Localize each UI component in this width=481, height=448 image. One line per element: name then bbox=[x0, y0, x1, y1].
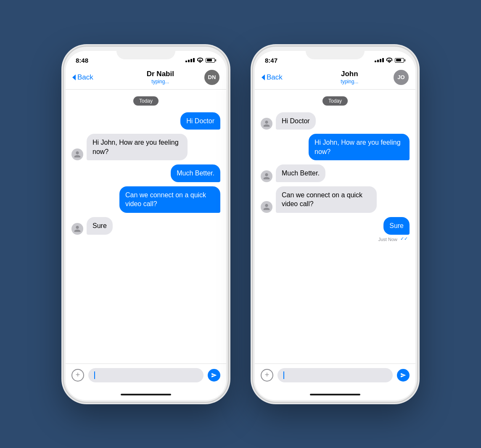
message-row: Hi John, How are you feeling now? bbox=[71, 134, 220, 160]
message-row: Much Better. bbox=[71, 164, 220, 182]
back-button[interactable]: Back bbox=[262, 73, 306, 82]
add-attachment-button[interactable] bbox=[261, 369, 273, 382]
message-input[interactable] bbox=[88, 368, 204, 382]
contact-name: John bbox=[306, 70, 394, 78]
message-bubble: Hi John, How are you feeling now? bbox=[309, 134, 410, 160]
wifi-icon bbox=[386, 58, 393, 63]
message-row: Hi John, How are you feeling now? bbox=[261, 134, 410, 160]
contact-name: Dr Nabil bbox=[116, 70, 204, 78]
sender-avatar bbox=[71, 148, 83, 160]
message-row: Sure bbox=[71, 217, 220, 235]
signal-icon bbox=[185, 58, 195, 62]
text-cursor bbox=[283, 371, 284, 379]
message-bubble: Hi Doctor bbox=[276, 112, 316, 130]
date-badge: Today bbox=[71, 96, 220, 106]
phone-1-nav-bar: Back Dr Nabil typing... DN bbox=[66, 66, 226, 90]
message-row: Can we connect on a quick video call? bbox=[261, 186, 410, 213]
date-badge: Today bbox=[261, 96, 410, 106]
contact-avatar[interactable]: DN bbox=[204, 70, 219, 85]
home-bar bbox=[310, 394, 360, 395]
phone-1-messages: Today Hi Doctor Hi John, How are you fee… bbox=[66, 90, 226, 363]
phone-1-input-bar bbox=[66, 363, 226, 389]
phone-1-notch bbox=[116, 47, 175, 59]
message-row: Sure Just Now ✓✓ bbox=[261, 217, 410, 242]
message-bubble: Much Better. bbox=[276, 164, 325, 182]
send-button[interactable] bbox=[208, 369, 220, 382]
message-bubble: Much Better. bbox=[171, 164, 220, 182]
message-row: Can we connect on a quick video call? bbox=[71, 186, 220, 213]
phone-1-inner: 8:48 bbox=[66, 51, 226, 400]
home-bar bbox=[121, 394, 171, 395]
read-receipts-icon: ✓✓ bbox=[400, 236, 408, 241]
contact-status: typing... bbox=[116, 79, 204, 85]
phone-2: 8:47 bbox=[253, 47, 417, 402]
phone-2-notch bbox=[306, 47, 365, 59]
battery-icon bbox=[395, 58, 405, 63]
phone-2-nav-bar: Back John typing... JO bbox=[255, 66, 415, 90]
phone-2-inner: 8:47 bbox=[255, 51, 415, 400]
message-row: Much Better. bbox=[261, 164, 410, 182]
phone-2-status-icons bbox=[375, 58, 405, 63]
message-timestamp: Just Now bbox=[378, 237, 397, 242]
sender-avatar bbox=[261, 118, 272, 130]
message-bubble: Hi Doctor bbox=[180, 112, 220, 130]
message-bubble: Sure bbox=[87, 217, 113, 235]
sender-avatar bbox=[261, 201, 272, 213]
home-indicator bbox=[66, 389, 226, 400]
send-icon bbox=[400, 372, 406, 378]
wifi-icon bbox=[197, 58, 204, 63]
contact-status: typing... bbox=[306, 79, 394, 85]
phone-2-time: 8:47 bbox=[265, 57, 278, 64]
send-icon bbox=[211, 372, 217, 378]
send-button[interactable] bbox=[397, 369, 410, 382]
sender-avatar bbox=[261, 170, 272, 182]
back-label: Back bbox=[267, 73, 283, 82]
phone-2-input-bar bbox=[255, 363, 415, 389]
message-row: Hi Doctor bbox=[71, 112, 220, 130]
back-button[interactable]: Back bbox=[72, 73, 116, 82]
message-input[interactable] bbox=[278, 368, 393, 382]
phone-1-status-icons bbox=[185, 58, 216, 63]
phone-1: 8:48 bbox=[64, 47, 228, 402]
message-bubble: Hi John, How are you feeling now? bbox=[87, 134, 188, 160]
text-cursor bbox=[94, 371, 95, 379]
back-label: Back bbox=[77, 73, 93, 82]
message-bubble: Sure bbox=[383, 217, 410, 235]
message-bubble: Can we connect on a quick video call? bbox=[119, 186, 220, 213]
phone-1-time: 8:48 bbox=[76, 57, 88, 64]
phone-1-nav-center: Dr Nabil typing... bbox=[116, 70, 204, 84]
home-indicator bbox=[255, 389, 415, 400]
chevron-left-icon bbox=[262, 74, 265, 80]
chevron-left-icon bbox=[72, 74, 76, 80]
phone-2-nav-center: John typing... bbox=[306, 70, 394, 84]
add-attachment-button[interactable] bbox=[71, 369, 84, 382]
message-bubble: Can we connect on a quick video call? bbox=[276, 186, 377, 213]
message-row: Hi Doctor bbox=[261, 112, 410, 130]
contact-avatar[interactable]: JO bbox=[394, 70, 409, 85]
battery-icon bbox=[206, 58, 216, 63]
signal-icon bbox=[375, 58, 384, 62]
phone-2-messages: Today Hi Doctor Hi John, How are you fee… bbox=[255, 90, 415, 363]
sender-avatar bbox=[71, 223, 83, 235]
